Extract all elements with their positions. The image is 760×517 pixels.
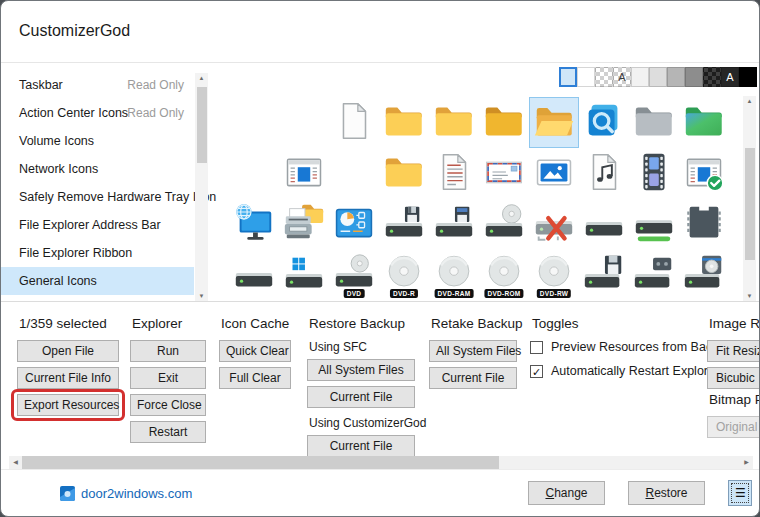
sidebar-item-file-explorer-address-bar[interactable]: File Explorer Address Bar — [1, 211, 194, 239]
grid-cell[interactable] — [479, 148, 529, 199]
current-file-info-button[interactable]: Current File Info — [17, 367, 119, 389]
group-title: Image R — [709, 316, 760, 331]
customizergod-window: CustomizerGod TaskbarRead OnlyAction Cen… — [0, 0, 760, 517]
file-lines-icon — [431, 149, 477, 199]
checkbox-unchecked-icon[interactable] — [530, 341, 543, 354]
swatch-checker-dark[interactable] — [703, 67, 721, 87]
fit-resiz-button[interactable]: Fit Resiz — [707, 340, 760, 362]
grid-cell[interactable] — [479, 199, 529, 250]
sidebar-item-network-icons[interactable]: Network Icons — [1, 155, 194, 183]
grid-cell[interactable] — [379, 97, 429, 148]
grid-cell[interactable] — [629, 199, 679, 250]
sidebar-item-safely-remove-hardware-tray-icon[interactable]: Safely Remove Hardware Tray Icon — [1, 183, 194, 211]
grid-cell[interactable] — [579, 97, 629, 148]
open-file-button[interactable]: Open File — [17, 340, 119, 362]
grid-empty-cell — [329, 148, 379, 199]
grid-cell[interactable]: DVD-ROM — [479, 250, 529, 301]
grid-cell[interactable] — [529, 148, 579, 199]
grid-scrollbar[interactable]: ▲ ▼ — [743, 96, 756, 302]
grid-cell[interactable]: DVD-RW — [529, 250, 579, 301]
grid-cell[interactable] — [679, 199, 729, 250]
swatch-dark-text[interactable]: A — [721, 67, 739, 87]
grid-cell[interactable] — [629, 148, 679, 199]
grid-cell[interactable] — [329, 97, 379, 148]
horizontal-scrollbar-thumb[interactable] — [22, 456, 499, 469]
grid-cell[interactable] — [529, 199, 579, 250]
swatch-gray-71[interactable] — [667, 67, 685, 87]
grid-scrollbar-thumb[interactable] — [745, 148, 755, 260]
checkbox-checked-icon[interactable]: ✓ — [530, 365, 543, 378]
grid-cell[interactable] — [629, 97, 679, 148]
bicubic-button[interactable]: Bicubic — [707, 367, 760, 389]
grid-cell[interactable] — [679, 250, 729, 301]
all-system-files-button[interactable]: All System Files — [429, 340, 517, 362]
quick-clear-button[interactable]: Quick Clear — [219, 340, 291, 362]
run-button[interactable]: Run — [130, 340, 206, 362]
swatch-gray-55[interactable] — [685, 67, 703, 87]
sidebar-scrollbar-thumb[interactable] — [197, 87, 207, 163]
door2windows-link[interactable]: door2windows.com — [81, 486, 192, 501]
group-title: Bitmap P — [709, 392, 760, 407]
menu-button[interactable]: ☰ — [728, 480, 752, 506]
sidebar-item-label: File Explorer Ribbon — [19, 246, 132, 260]
restart-button[interactable]: Restart — [130, 421, 206, 443]
grid-cell[interactable] — [679, 148, 729, 199]
export-resources-button[interactable]: Export Resources — [17, 394, 119, 416]
sidebar-item-volume-icons[interactable]: Volume Icons — [1, 127, 194, 155]
disc-label: DVD-RAM — [435, 289, 474, 298]
swatch-checker-light[interactable] — [595, 67, 613, 87]
selection-count: 1/359 selected — [19, 316, 119, 331]
grid-cell[interactable] — [279, 148, 329, 199]
scroll-up-icon[interactable]: ▲ — [743, 96, 756, 107]
grid-cell[interactable] — [429, 199, 479, 250]
grid-empty-cell — [229, 97, 279, 148]
swatch-light-blue[interactable] — [559, 67, 577, 87]
app-window-check-icon — [681, 149, 727, 199]
scroll-left-icon[interactable]: ◀ — [9, 456, 22, 469]
grid-cell[interactable] — [529, 97, 579, 148]
swatch-black[interactable] — [739, 67, 757, 87]
sidebar-item-taskbar[interactable]: TaskbarRead Only — [1, 71, 194, 99]
sidebar-item-action-center-icons[interactable]: Action Center IconsRead Only — [1, 99, 194, 127]
swatch-gray-95[interactable] — [631, 67, 649, 87]
sidebar-scrollbar[interactable]: ▲ ▼ — [195, 73, 208, 302]
grid-cell[interactable] — [429, 97, 479, 148]
grid-cell[interactable]: DVD — [329, 250, 379, 301]
full-clear-button[interactable]: Full Clear — [219, 367, 291, 389]
scroll-up-icon[interactable]: ▲ — [195, 73, 208, 84]
grid-cell[interactable] — [429, 148, 479, 199]
all-system-files-button[interactable]: All System Files — [307, 359, 415, 381]
original-button[interactable]: Original — [707, 416, 760, 438]
swatch-white[interactable] — [577, 67, 595, 87]
grid-cell[interactable] — [379, 199, 429, 250]
grid-cell[interactable] — [629, 250, 679, 301]
grid-cell[interactable] — [579, 148, 629, 199]
file-icon — [331, 98, 377, 148]
grid-cell[interactable] — [579, 199, 629, 250]
grid-cell[interactable] — [379, 148, 429, 199]
exit-button[interactable]: Exit — [130, 367, 206, 389]
grid-cell[interactable] — [279, 199, 329, 250]
grid-cell[interactable]: DVD-RAM — [429, 250, 479, 301]
current-file-button[interactable]: Current File — [307, 435, 415, 457]
panel-horizontal-scrollbar[interactable]: ◀ ▶ — [9, 456, 753, 469]
change-button[interactable]: Change — [528, 481, 605, 505]
sidebar-item-general-icons[interactable]: General Icons — [1, 267, 194, 295]
current-file-button[interactable]: Current File — [307, 386, 415, 408]
swatch-gray-87[interactable] — [649, 67, 667, 87]
grid-cell[interactable] — [279, 250, 329, 301]
scroll-right-icon[interactable]: ▶ — [740, 456, 753, 469]
grid-cell[interactable] — [229, 199, 279, 250]
grid-cell[interactable] — [329, 199, 379, 250]
grid-cell[interactable]: DVD-R — [379, 250, 429, 301]
force-close-button[interactable]: Force Close — [130, 394, 206, 416]
grid-cell[interactable] — [579, 250, 629, 301]
actions-panel: 1/359 selectedOpen FileCurrent File Info… — [1, 301, 760, 456]
sidebar-item-file-explorer-ribbon[interactable]: File Explorer Ribbon — [1, 239, 194, 267]
grid-cell[interactable] — [479, 97, 529, 148]
current-file-button[interactable]: Current File — [429, 367, 517, 389]
grid-cell[interactable] — [679, 97, 729, 148]
restore-button[interactable]: Restore — [628, 481, 705, 505]
swatch-checker-light-text[interactable]: A — [613, 67, 631, 87]
grid-cell[interactable] — [229, 250, 279, 301]
